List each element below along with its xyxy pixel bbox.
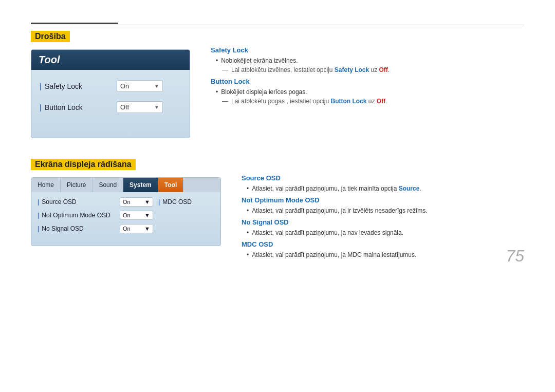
osd-row-mdc: MDC OSD On ▼ <box>158 197 221 207</box>
mdc-osd-bullet: Atlasiet, vai parādīt paziņojumu, ja MDC… <box>247 251 524 258</box>
not-optimum-label: Not Optimum Mode OSD <box>38 212 120 219</box>
button-lock-label: Button Lock <box>40 103 117 111</box>
section2: Ekrāna displeja rādīšana Home Picture So… <box>31 159 524 260</box>
section2-desc: Source OSD Atlasiet, vai parādīt paziņoj… <box>242 159 524 260</box>
osd-columns: Source OSD On ▼ Not Optimum Mode OSD On <box>38 197 214 237</box>
source-osd-select[interactable]: On ▼ <box>120 197 153 207</box>
source-osd-heading: Source OSD <box>242 174 524 182</box>
not-optimum-heading: Not Optimum Mode OSD <box>242 196 524 204</box>
no-signal-bullet: Atlasiet, vai parādīt paziņojumu, ja nav… <box>247 229 524 236</box>
section1-desc: Safety Lock Noblokējiet ekrāna izvēlnes.… <box>211 31 524 138</box>
tab-sound[interactable]: Sound <box>92 178 123 192</box>
chevron-down-icon3: ▼ <box>144 199 150 205</box>
tab-system[interactable]: System <box>123 178 158 192</box>
tool-panel: Tool Safety Lock On ▼ Button Lock Off ▼ <box>31 49 190 138</box>
chevron-down-icon5: ▼ <box>144 226 150 232</box>
chevron-down-icon2: ▼ <box>154 104 159 110</box>
tool-panel-header: Tool <box>31 50 190 70</box>
osd-tabs: Home Picture Sound System Tool <box>31 178 220 192</box>
button-lock-highlight: Button Lock <box>330 98 366 105</box>
osd-row-source: Source OSD On ▼ <box>38 197 153 207</box>
osd-row-no-signal: No Signal OSD On ▼ <box>38 224 153 233</box>
section1: Drošiba Tool Safety Lock On ▼ Button Loc… <box>31 31 524 138</box>
source-highlight: Source <box>399 185 420 192</box>
not-optimum-select[interactable]: On ▼ <box>120 211 153 220</box>
source-osd-bullet: Atlasiet, vai parādīt paziņojumu, ja tie… <box>247 185 524 192</box>
safety-lock-off-highlight: Off <box>379 66 388 73</box>
tab-picture[interactable]: Picture <box>61 178 92 192</box>
safety-lock-highlight: Safety Lock <box>335 66 369 73</box>
safety-lock-select[interactable]: On ▼ <box>117 80 163 92</box>
section2-left: Ekrāna displeja rādīšana Home Picture So… <box>31 159 221 260</box>
tab-tool[interactable]: Tool <box>158 178 183 192</box>
section2-title: Ekrāna displeja rādīšana <box>31 159 221 177</box>
safety-lock-heading: Safety Lock <box>211 46 524 54</box>
no-signal-label: No Signal OSD <box>38 225 120 232</box>
osd-left-col: Source OSD On ▼ Not Optimum Mode OSD On <box>38 197 153 237</box>
section1-title: Drošiba <box>31 31 190 49</box>
safety-lock-bullet: Noblokējiet ekrāna izvēlnes. <box>216 57 524 64</box>
chevron-down-icon: ▼ <box>154 83 159 89</box>
mdc-osd-heading: MDC OSD <box>242 240 524 248</box>
button-lock-heading: Button Lock <box>211 78 524 85</box>
page-number: 75 <box>506 247 524 266</box>
safety-lock-sub: Lai atblokētu izvēlnes, iestatiet opciju… <box>222 66 524 73</box>
mdc-osd-label: MDC OSD <box>158 198 221 206</box>
osd-panel: Home Picture Sound System Tool Source OS… <box>31 177 221 246</box>
button-lock-select[interactable]: Off ▼ <box>117 101 163 113</box>
safety-lock-label: Safety Lock <box>40 82 117 90</box>
source-osd-label: Source OSD <box>38 198 120 206</box>
osd-right-col: MDC OSD On ▼ <box>158 197 221 237</box>
button-lock-off-highlight: Off <box>377 98 385 105</box>
tool-panel-body: Safety Lock On ▼ Button Lock Off ▼ <box>31 70 190 138</box>
chevron-down-icon4: ▼ <box>144 212 150 218</box>
button-lock-sub: Lai atblokētu pogas , iestatiet opciju B… <box>222 98 524 105</box>
tool-row-button-lock: Button Lock Off ▼ <box>40 101 181 113</box>
not-optimum-bullet: Atlasiet, vai parādīt paziņojumu, ja ir … <box>247 207 524 214</box>
button-lock-bullet: Blokējiet displeja ierīces pogas. <box>216 88 524 96</box>
no-signal-select[interactable]: On ▼ <box>120 224 153 233</box>
no-signal-heading: No Signal OSD <box>242 218 524 226</box>
section1-left: Drošiba Tool Safety Lock On ▼ Button Loc… <box>31 31 190 138</box>
tab-home[interactable]: Home <box>31 178 61 192</box>
osd-body: Source OSD On ▼ Not Optimum Mode OSD On <box>31 192 220 246</box>
tool-row-safety-lock: Safety Lock On ▼ <box>40 80 181 92</box>
osd-row-not-optimum: Not Optimum Mode OSD On ▼ <box>38 211 153 220</box>
